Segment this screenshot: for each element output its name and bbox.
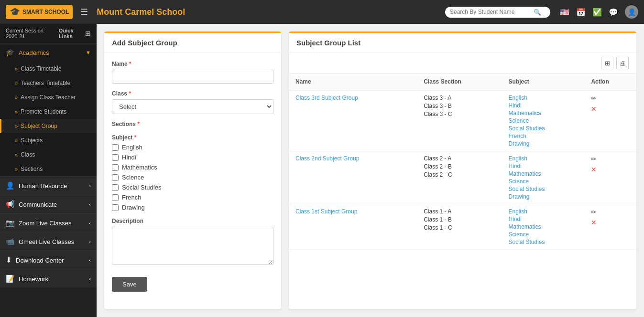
sidebar-section-communicate: 📢 Communicate ‹	[0, 195, 97, 213]
checkbox-input-english[interactable]	[112, 144, 119, 151]
sidebar-section-download: ⬇ Download Center ‹	[0, 251, 97, 269]
delete-icon[interactable]: ✕	[591, 166, 630, 173]
checkbox-input-drawing[interactable]	[112, 204, 119, 211]
gmeet-header[interactable]: 📹 Gmeet Live Classes ‹	[0, 232, 97, 251]
sidebar-item-sections[interactable]: Sections	[0, 162, 97, 176]
checkbox-drawing[interactable]: Drawing	[112, 204, 273, 211]
sidebar-section-gmeet: 📹 Gmeet Live Classes ‹	[0, 232, 97, 251]
human-resource-header[interactable]: 👤 Human Resource ›	[0, 177, 97, 195]
subject-group: Subject * EnglishHindiMathematicsScience…	[112, 134, 273, 211]
sidebar-item-class-timetable[interactable]: Class Timetable	[0, 62, 97, 76]
subject-item[interactable]: Science	[509, 178, 578, 185]
grid-icon[interactable]: ⊞	[85, 30, 91, 37]
description-input[interactable]	[112, 227, 273, 265]
subject-item[interactable]: Mathematics	[509, 110, 578, 116]
name-input[interactable]	[112, 70, 273, 84]
gmeet-label: Gmeet Live Classes	[19, 238, 74, 245]
subject-item[interactable]: Social Studies	[509, 125, 578, 132]
row-subjects: EnglishHindiMathematicsScienceSocial Stu…	[502, 151, 585, 204]
subject-item[interactable]: Science	[509, 231, 578, 238]
checkbox-english[interactable]: English	[112, 144, 273, 151]
sidebar-item-subject-group[interactable]: Subject Group	[0, 119, 97, 133]
subject-item[interactable]: Hindi	[509, 163, 578, 169]
subject-item[interactable]: Drawing	[509, 193, 578, 200]
delete-icon[interactable]: ✕	[591, 105, 630, 113]
communicate-header[interactable]: 📢 Communicate ‹	[0, 195, 97, 213]
add-subject-group-panel: Add Subject Group Name * Class * Select	[104, 32, 281, 309]
class-select[interactable]: Select	[112, 99, 273, 114]
subject-item[interactable]: Hindi	[509, 216, 578, 222]
sidebar-item-promote-students[interactable]: Promote Students	[0, 105, 97, 119]
homework-header[interactable]: 📝 Homework ‹	[0, 270, 97, 288]
col-name: Name	[289, 74, 417, 90]
checkbox-input-french[interactable]	[112, 194, 119, 201]
checkbox-input-mathematics[interactable]	[112, 164, 119, 171]
table-row: Class 1st Subject GroupClass 1 - AClass …	[289, 204, 636, 250]
homework-icon: 📝	[6, 275, 15, 283]
subject-item[interactable]: Mathematics	[509, 223, 578, 230]
subject-item[interactable]: Mathematics	[509, 170, 578, 177]
export-icon[interactable]: ⊞	[601, 57, 613, 69]
row-name-link[interactable]: Class 3rd Subject Group	[295, 95, 358, 101]
row-sections: Class 3 - AClass 3 - BClass 3 - C	[417, 90, 502, 151]
hr-label: Human Resource	[19, 182, 67, 190]
checkbox-french[interactable]: French	[112, 194, 273, 201]
add-panel-body: Name * Class * Select Sections *	[104, 53, 281, 299]
edit-icon[interactable]: ✏	[591, 95, 630, 102]
subject-item[interactable]: Social Studies	[509, 186, 578, 192]
subject-item[interactable]: Hindi	[509, 102, 578, 109]
academics-header[interactable]: 🎓 Academics ▼	[0, 43, 97, 62]
check-icon[interactable]: ✅	[592, 8, 602, 17]
homework-label: Homework	[19, 275, 48, 283]
download-header[interactable]: ⬇ Download Center ‹	[0, 251, 97, 269]
download-label: Download Center	[16, 257, 64, 264]
checkbox-input-science[interactable]	[112, 174, 119, 181]
checkbox-input-hindi[interactable]	[112, 154, 119, 161]
subject-item[interactable]: Drawing	[509, 140, 578, 147]
row-sections: Class 1 - AClass 1 - BClass 1 - C	[417, 204, 502, 250]
zoom-header[interactable]: 📷 Zoom Live Classes ‹	[0, 214, 97, 232]
checkbox-input-social-studies[interactable]	[112, 184, 119, 191]
subject-item[interactable]: Social Studies	[509, 239, 578, 245]
edit-icon[interactable]: ✏	[591, 155, 630, 163]
table-row: Class 2nd Subject GroupClass 2 - AClass …	[289, 151, 636, 204]
row-action: ✏✕	[584, 204, 636, 250]
sidebar-item-assign-class-teacher[interactable]: Assign Class Teacher	[0, 90, 97, 105]
subject-checkboxes: EnglishHindiMathematicsScienceSocial Stu…	[112, 144, 273, 211]
subject-item[interactable]: Science	[509, 117, 578, 124]
search-icon[interactable]: 🔍	[534, 9, 541, 16]
subject-item[interactable]: English	[509, 208, 578, 215]
subject-item[interactable]: French	[509, 133, 578, 139]
row-name-link[interactable]: Class 2nd Subject Group	[295, 155, 359, 162]
chevron-down-icon: ▼	[86, 50, 91, 55]
sidebar-item-subjects[interactable]: Subjects	[0, 133, 97, 148]
edit-icon[interactable]: ✏	[591, 208, 630, 216]
checkbox-social-studies[interactable]: Social Studies	[112, 184, 273, 191]
search-input[interactable]	[450, 9, 531, 15]
sidebar-item-class[interactable]: Class	[0, 148, 97, 162]
save-button[interactable]: Save	[112, 277, 147, 292]
sidebar-item-teachers-timetable[interactable]: Teachers Timetable	[0, 76, 97, 90]
checkbox-mathematics[interactable]: Mathematics	[112, 164, 273, 171]
row-name-link[interactable]: Class 1st Subject Group	[295, 208, 357, 215]
checkbox-hindi[interactable]: Hindi	[112, 154, 273, 161]
chevron-right-icon-6: ‹	[89, 276, 91, 282]
section-item: Class 2 - C	[424, 171, 495, 178]
print-icon[interactable]: 🖨	[616, 57, 629, 69]
avatar[interactable]: 👤	[625, 5, 638, 19]
row-subjects: EnglishHindiMathematicsScienceSocial Stu…	[502, 204, 585, 250]
subject-item[interactable]: English	[509, 95, 578, 101]
checkbox-science[interactable]: Science	[112, 174, 273, 181]
section-item: Class 2 - A	[424, 155, 495, 162]
row-name: Class 1st Subject Group	[289, 204, 417, 250]
calendar-icon[interactable]: 📅	[576, 8, 586, 17]
delete-icon[interactable]: ✕	[591, 219, 630, 226]
col-class-section: Class Section	[417, 74, 502, 90]
name-group: Name *	[112, 61, 273, 84]
zoom-icon: 📷	[6, 219, 15, 227]
subject-item[interactable]: English	[509, 155, 578, 162]
flag-icon[interactable]: 🇺🇸	[560, 8, 569, 17]
whatsapp-icon[interactable]: 💬	[609, 8, 618, 17]
hamburger-icon[interactable]: ☰	[80, 7, 88, 17]
logo-icon: 🎓	[10, 7, 20, 17]
